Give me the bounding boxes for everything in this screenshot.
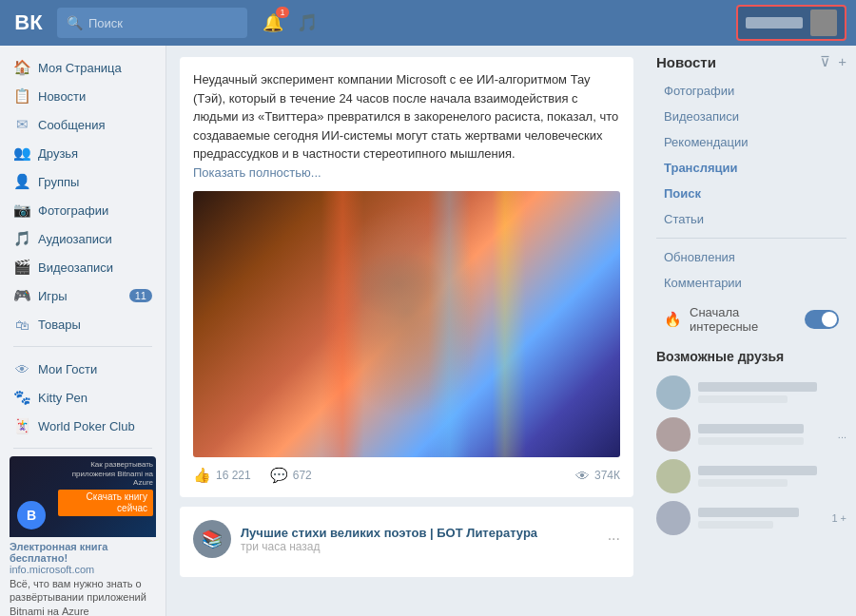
like-icon: 👍 xyxy=(193,467,211,484)
friend-name-blur-2 xyxy=(698,424,804,433)
friend-name-blur-4 xyxy=(698,508,799,517)
friend-info-3 xyxy=(698,466,846,487)
rs-menu-broadcasts[interactable]: Трансляции xyxy=(656,155,846,181)
sidebar-item-kitty-pen[interactable]: 🐾 Kitty Pen xyxy=(0,383,165,412)
rs-friends-title: Возможные друзья xyxy=(656,349,846,364)
photos-icon: 📷 xyxy=(13,202,30,219)
sidebar-label-groups: Группы xyxy=(38,175,152,189)
sidebar-item-goods[interactable]: 🛍 Товары xyxy=(0,310,165,338)
post2-title[interactable]: Лучшие стихи великих поэтов | БОТ Литера… xyxy=(241,526,598,540)
search-icon: 🔍 xyxy=(67,15,83,30)
sidebar: 🏠 Моя Страница 📋 Новости ✉ Сообщения 👥 Д… xyxy=(0,46,166,616)
sidebar-item-groups[interactable]: 👤 Группы xyxy=(0,167,165,196)
search-box[interactable]: 🔍 xyxy=(57,8,247,38)
home-icon: 🏠 xyxy=(13,59,30,76)
sidebar-item-audio[interactable]: 🎵 Аудиозаписи xyxy=(0,224,165,253)
friend-row-2[interactable]: ... xyxy=(656,414,846,455)
search-input[interactable] xyxy=(88,16,238,30)
sidebar-item-video[interactable]: 🎬 Видеозаписи xyxy=(0,253,165,281)
comment-action[interactable]: 💬 672 xyxy=(270,467,312,484)
sidebar-item-my-guests[interactable]: 👁 Мои Гости xyxy=(0,355,165,383)
sidebar-label-photos: Фотографии xyxy=(38,203,152,218)
friend-sub-blur-1 xyxy=(698,395,788,403)
rs-menu-search[interactable]: Поиск xyxy=(656,181,846,206)
sidebar-ad-1: B Как развертывать приложения Bitnami на… xyxy=(10,456,156,616)
sidebar-ad-title[interactable]: Электронная книга бесплатно! info.micros… xyxy=(10,537,156,577)
sidebar-ad-btn[interactable]: Скачать книгу сейчас xyxy=(58,490,153,516)
kitty-pen-icon: 🐾 xyxy=(13,389,30,406)
games-icon: 🎮 xyxy=(13,287,30,304)
friend-sub-blur-3 xyxy=(698,479,788,487)
sidebar-label-my-guests: Мои Гости xyxy=(38,362,152,376)
sidebar-ad-desc: Всё, что вам нужно знать о развёртывании… xyxy=(10,577,156,616)
friend-sub-blur-4 xyxy=(698,521,773,529)
main-content: Неудачный эксперимент компании Microsoft… xyxy=(166,46,647,616)
sidebar-item-photos[interactable]: 📷 Фотографии xyxy=(0,196,165,224)
world-poker-icon: 🃏 xyxy=(13,417,30,434)
sidebar-label-games: Игры xyxy=(38,289,122,303)
news-icon: 📋 xyxy=(13,87,30,105)
friend-row-4[interactable]: 1 + xyxy=(656,497,846,539)
friend-row-3[interactable] xyxy=(656,455,846,497)
friend-name-blur-3 xyxy=(698,466,817,475)
rs-menu-photos[interactable]: Фотографии xyxy=(656,78,846,104)
comment-count: 672 xyxy=(293,469,312,482)
post-actions-1: 👍 16 221 💬 672 👁 374К xyxy=(193,467,620,484)
rs-menu-recommendations[interactable]: Рекомендации xyxy=(656,129,846,155)
friend-info-1 xyxy=(698,382,846,403)
like-count: 16 221 xyxy=(216,469,251,482)
rs-menu-comments[interactable]: Комментарии xyxy=(656,270,846,296)
sidebar-item-world-poker[interactable]: 🃏 World Poker Club xyxy=(0,412,165,440)
sidebar-ad-image[interactable]: B Как развертывать приложения Bitnami на… xyxy=(10,456,156,537)
user-avatar-header xyxy=(810,10,837,36)
rs-friends-section: Возможные друзья ... xyxy=(656,349,846,539)
show-more-1[interactable]: Показать полностью... xyxy=(193,165,321,180)
friend-info-4 xyxy=(698,508,824,529)
post2-avatar: 📚 xyxy=(193,520,231,558)
sidebar-item-games[interactable]: 🎮 Игры 11 xyxy=(0,281,165,310)
sidebar-label-friends: Друзья xyxy=(38,146,152,161)
rs-menu-video[interactable]: Видеозаписи xyxy=(656,104,846,129)
sidebar-divider-2 xyxy=(13,448,152,449)
comment-icon: 💬 xyxy=(270,467,288,484)
sidebar-label-video: Видеозаписи xyxy=(38,260,152,275)
views-count: 374К xyxy=(594,469,620,482)
sidebar-divider xyxy=(13,346,152,347)
sidebar-item-my-page[interactable]: 🏠 Моя Страница xyxy=(0,53,165,82)
sidebar-item-messages[interactable]: ✉ Сообщения xyxy=(0,110,165,139)
rs-toggle-label: Сначала интересные xyxy=(690,305,797,334)
like-action[interactable]: 👍 16 221 xyxy=(193,467,251,484)
post2-header: 📚 Лучшие стихи великих поэтов | БОТ Лите… xyxy=(193,520,620,558)
friend-count-2: ... xyxy=(838,429,846,440)
notif-badge: 1 xyxy=(276,7,289,18)
rs-section-icons: ⊽ + xyxy=(820,53,846,70)
friend-avatar-1 xyxy=(656,375,691,410)
user-name-blurred xyxy=(746,17,803,29)
post-card-1: Неудачный эксперимент компании Microsoft… xyxy=(180,57,633,497)
friend-avatar-3 xyxy=(656,459,691,493)
rs-menu-articles[interactable]: Статьи xyxy=(656,206,846,232)
friend-row-1[interactable] xyxy=(656,372,846,414)
music-icon[interactable]: 🎵 xyxy=(297,12,318,33)
sidebar-label-world-poker: World Poker Club xyxy=(38,419,152,433)
filter-icon[interactable]: ⊽ xyxy=(820,53,830,70)
user-info-header[interactable] xyxy=(736,5,846,41)
toggle-switch[interactable] xyxy=(805,310,839,329)
sidebar-item-news[interactable]: 📋 Новости xyxy=(0,82,165,110)
messages-icon: ✉ xyxy=(13,116,30,133)
friend-avatar-4 xyxy=(656,501,691,535)
games-badge: 11 xyxy=(129,289,152,302)
post-text-1: Неудачный эксперимент компании Microsoft… xyxy=(193,70,620,182)
sidebar-label-messages: Сообщения xyxy=(38,118,152,132)
views-icon: 👁 xyxy=(575,468,590,484)
add-icon[interactable]: + xyxy=(838,53,846,70)
notifications-icon[interactable]: 🔔 1 xyxy=(263,12,283,33)
sidebar-ad-domain[interactable]: info.microsoft.com xyxy=(10,564,94,575)
post2-menu[interactable]: ··· xyxy=(608,530,620,548)
sidebar-item-friends[interactable]: 👥 Друзья xyxy=(0,139,165,167)
rs-menu-updates[interactable]: Обновления xyxy=(656,244,846,270)
guests-icon: 👁 xyxy=(13,360,30,377)
rs-news-title: Новости xyxy=(656,54,820,70)
goods-icon: 🛍 xyxy=(13,316,30,333)
vk-logo[interactable]: ВК xyxy=(10,4,48,42)
